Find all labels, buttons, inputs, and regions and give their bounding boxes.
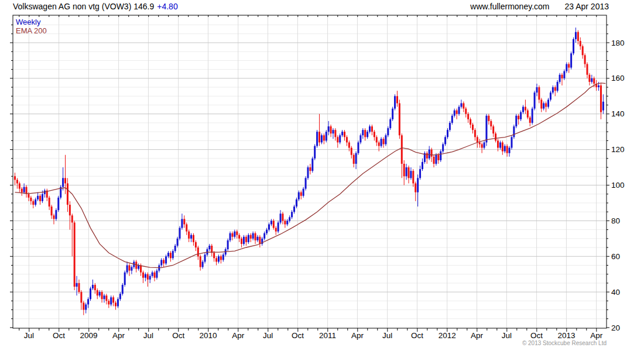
candle-body [554,87,556,91]
candle-body [80,292,82,302]
candle-body [566,64,567,71]
candle-body [229,233,231,240]
candle-body [477,137,478,142]
candle-body [408,167,410,178]
candle-body [328,126,330,132]
candle-body [318,132,320,142]
candle-body [222,254,224,260]
candle-body [129,265,131,270]
candle-body [355,153,357,164]
candle-body [419,169,421,178]
candle-body [474,130,476,137]
candle-body [495,133,496,140]
candle-body [135,261,137,269]
candle-body [220,256,222,260]
candle-body [406,167,407,176]
candle-body [268,224,270,229]
candle-body [385,135,386,144]
candle-body [575,32,577,39]
x-axis-label: Oct [530,331,543,340]
candle-body [87,299,89,304]
instrument-title: Volkswagen AG non vtg (VOW3) 146.9 [13,2,154,11]
ema-line [15,83,606,268]
candle-body [92,285,94,288]
candle-body [145,274,146,278]
candle-body [218,256,220,261]
candle-body [429,150,430,159]
y-axis-label: 120 [611,145,625,154]
candle-body [602,102,604,111]
candle-body [479,142,481,144]
candle-body [513,126,515,137]
candle-body [293,207,295,212]
legend-series-label: Weekly [16,18,47,26]
candle-body [284,221,286,224]
candle-body [348,142,350,147]
candle-body [511,137,512,147]
candle-body [504,146,506,152]
candle-body [286,221,288,224]
candle-body [485,116,487,143]
candle-body [250,235,252,239]
price-chart: 20406080100120140160180JulOct2009AprJulO… [0,0,644,351]
y-axis-label: 180 [611,39,625,47]
candle-body [515,116,517,126]
candle-body [154,273,156,278]
candle-body [440,152,441,160]
candle-body [447,130,448,137]
candle-body [588,75,590,82]
candle-body [591,78,592,82]
candle-body [552,87,554,92]
candle-body [481,144,483,147]
candle-body [417,178,419,192]
plot-border [13,15,607,328]
candle-body [568,64,570,68]
candle-body [42,194,43,201]
website-link[interactable]: www.fullermoney.com [470,2,549,12]
candle-body [316,132,318,146]
candle-body [520,112,522,119]
candle-body [105,295,107,301]
candle-body [108,301,109,304]
candle-body [156,271,157,278]
candle-body [371,126,373,132]
candle-body [55,210,57,219]
candle-body [200,256,201,267]
candle-body [165,256,167,263]
candle-body [587,64,588,75]
candle-body [366,132,368,137]
candle-body [97,290,98,295]
candle-body [399,103,400,135]
candle-body [359,135,361,142]
candle-body [16,180,18,183]
candle-body [330,126,332,133]
candle-body [227,240,229,249]
candle-body [334,130,336,137]
candle-body [140,265,142,272]
candle-body [282,214,283,221]
candle-body [321,135,323,142]
candle-body [90,288,91,299]
candle-body [410,171,412,178]
candle-body [241,239,242,244]
candle-body [142,273,144,278]
ema-200-line [15,83,606,268]
candle-body [112,297,114,302]
candle-body [101,292,103,299]
candle-body [499,142,501,147]
candle-body [394,96,396,108]
candle-body [23,187,25,192]
candle-body [502,142,503,151]
y-axis-label: 60 [611,252,620,261]
y-axis-label: 40 [611,288,620,297]
candle-body [307,167,309,178]
candle-body [278,222,279,231]
gridlines-minor [13,25,607,319]
candle-body [259,237,261,244]
candle-body [435,155,437,164]
candle-body [465,109,467,114]
candle-body [190,235,192,239]
axes [10,15,609,332]
candle-body [152,273,153,276]
candle-body [193,235,194,242]
